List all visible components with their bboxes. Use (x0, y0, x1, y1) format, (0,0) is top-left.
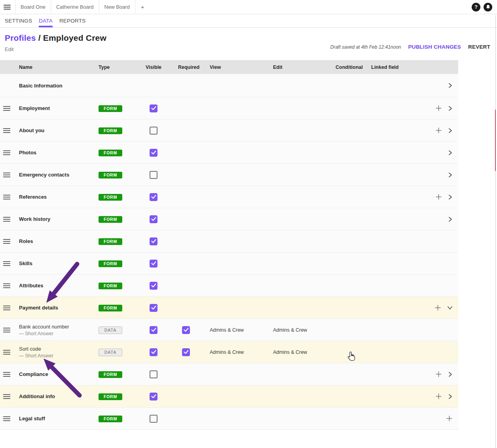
chevron-right-icon[interactable] (448, 216, 453, 222)
column-header-visible: Visible (146, 65, 178, 70)
add-field-icon[interactable] (435, 127, 442, 134)
table-row-employment: EmploymentFORM (0, 97, 458, 120)
visible-checkbox-checked[interactable] (150, 348, 157, 356)
row-name: Employment (19, 105, 99, 111)
column-header-view: View (210, 65, 273, 70)
add-field-icon[interactable] (434, 304, 441, 311)
type-badge-form: FORM (99, 127, 122, 134)
table-row-about-you: About youFORM (0, 120, 458, 142)
tab-settings[interactable]: SETTINGS (5, 14, 32, 27)
row-subtitle: — Short Answer (19, 353, 99, 359)
drag-handle-icon[interactable] (3, 261, 10, 266)
chevron-right-icon[interactable] (448, 150, 453, 156)
edit-label[interactable]: Edit (5, 46, 106, 52)
publish-changes-button[interactable]: PUBLISH CHANGES (408, 44, 461, 50)
breadcrumb-page: Employed Crew (43, 33, 106, 42)
row-name: Additional info (19, 393, 99, 399)
row-name: Skills (19, 260, 99, 266)
table-row-legal-stuff: Legal stuffFORM (0, 408, 458, 430)
type-badge-form: FORM (99, 216, 122, 223)
add-field-icon[interactable] (446, 415, 453, 422)
chevron-right-icon[interactable] (448, 172, 453, 178)
add-field-icon[interactable] (435, 194, 442, 200)
visible-checkbox-checked[interactable] (150, 104, 157, 112)
drag-handle-icon[interactable] (3, 350, 10, 355)
visible-checkbox-checked[interactable] (150, 237, 157, 245)
type-badge-form: FORM (99, 150, 122, 156)
add-board-button[interactable]: + (135, 0, 150, 14)
view-access: Admins & Crew (210, 349, 273, 355)
help-icon[interactable]: ? (472, 3, 480, 11)
visible-checkbox-checked[interactable] (150, 326, 157, 334)
visible-checkbox-checked[interactable] (150, 193, 157, 201)
menu-icon[interactable] (0, 0, 15, 14)
row-subtitle: — Short Answer (19, 331, 99, 336)
visible-checkbox-checked[interactable] (150, 149, 157, 157)
table-row-skills: SkillsFORM (0, 252, 458, 275)
visible-checkbox-unchecked[interactable] (150, 370, 157, 378)
chevron-right-icon[interactable] (448, 128, 453, 133)
table-row-emergency-contacts: Emergency contactsFORM (0, 164, 458, 186)
table-row-payment-details: Payment detailsFORM (0, 297, 458, 319)
type-badge-form: FORM (99, 283, 122, 289)
visible-checkbox-unchecked[interactable] (150, 127, 157, 135)
edit-access: Admins & Crew (273, 349, 336, 355)
drag-handle-icon[interactable] (3, 394, 10, 399)
board-tab-board-one[interactable]: Board One (15, 0, 51, 14)
drag-handle-icon[interactable] (3, 306, 10, 310)
visible-checkbox-unchecked[interactable] (150, 415, 157, 423)
chevron-right-icon[interactable] (448, 372, 453, 377)
page-title: Profiles / Employed Crew (5, 33, 106, 43)
drag-handle-icon[interactable] (3, 283, 10, 288)
drag-handle-icon[interactable] (3, 328, 10, 332)
table-row-additional-info: Additional infoFORM (0, 385, 458, 408)
required-checkbox-checked[interactable] (182, 326, 190, 334)
table-row-attributes: AttributesFORM (0, 275, 458, 297)
drag-handle-icon[interactable] (3, 128, 10, 133)
topbar: Board OneCatherine BoardNew Board+ ? (0, 0, 497, 14)
table-header: NameTypeVisibleRequiredViewEditCondition… (0, 60, 458, 74)
chevron-down-icon[interactable] (447, 306, 453, 310)
drag-handle-icon[interactable] (3, 150, 10, 155)
column-header-type: Type (99, 65, 146, 70)
row-name: Emergency contacts (19, 172, 99, 178)
tab-data[interactable]: DATA (39, 14, 53, 27)
tab-reports[interactable]: REPORTS (59, 14, 85, 27)
add-field-icon[interactable] (435, 105, 442, 112)
chevron-right-icon[interactable] (448, 83, 453, 88)
drag-handle-icon[interactable] (3, 106, 10, 111)
type-badge-form: FORM (99, 393, 122, 400)
drag-handle-icon[interactable] (3, 173, 10, 177)
add-field-icon[interactable] (435, 393, 442, 400)
drag-handle-icon[interactable] (3, 195, 10, 199)
table-row-photos: PhotosFORM (0, 142, 458, 164)
add-field-icon[interactable] (435, 371, 442, 378)
drag-handle-icon[interactable] (3, 217, 10, 222)
visible-checkbox-checked[interactable] (150, 282, 157, 290)
draft-status: Draft saved at 4th Feb 12:41noon (330, 44, 401, 50)
board-tab-new-board[interactable]: New Board (99, 0, 135, 14)
scroll-track (495, 15, 496, 448)
board-tab-catherine-board[interactable]: Catherine Board (51, 0, 99, 14)
visible-checkbox-checked[interactable] (150, 215, 157, 223)
visible-checkbox-checked[interactable] (150, 393, 157, 401)
notifications-icon[interactable] (484, 3, 492, 11)
visible-checkbox-checked[interactable] (150, 260, 157, 268)
visible-checkbox-checked[interactable] (150, 304, 157, 312)
required-checkbox-checked[interactable] (182, 348, 190, 356)
table-row-roles: RolesFORM (0, 230, 458, 252)
chevron-right-icon[interactable] (448, 194, 453, 200)
revert-button[interactable]: REVERT (468, 44, 490, 50)
visible-checkbox-unchecked[interactable] (150, 171, 157, 179)
drag-handle-icon[interactable] (3, 416, 10, 421)
column-header-linked-field: Linked field (371, 65, 419, 70)
type-badge-form: FORM (99, 105, 122, 112)
row-name: References (19, 194, 99, 200)
drag-handle-icon[interactable] (3, 239, 10, 244)
table-row-bank-account-number: Bank account number— Short AnswerDATAAdm… (0, 319, 458, 341)
table-row-work-history: Work historyFORM (0, 208, 458, 230)
drag-handle-icon[interactable] (3, 372, 10, 377)
chevron-right-icon[interactable] (448, 394, 453, 399)
type-badge-form: FORM (99, 416, 122, 422)
chevron-right-icon[interactable] (448, 106, 453, 111)
